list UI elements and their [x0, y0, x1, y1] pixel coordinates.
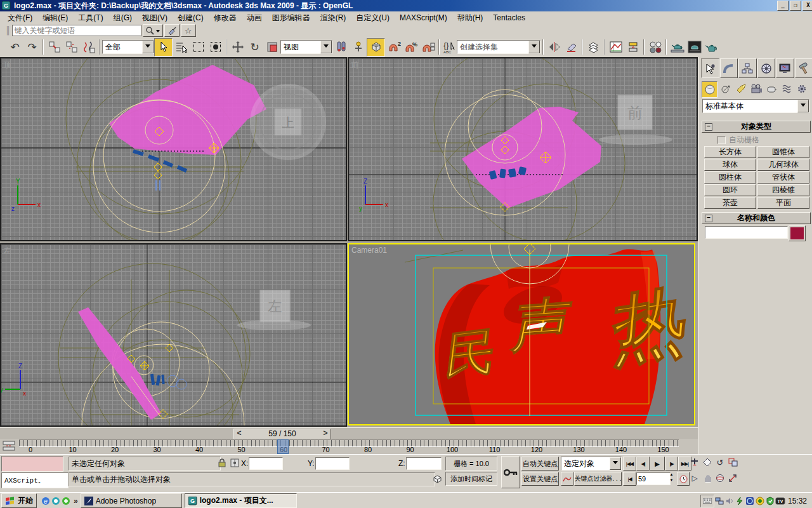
rendered-frame-button[interactable]	[686, 39, 703, 56]
tab-hierarchy[interactable]	[738, 58, 757, 78]
z-coordinate-field[interactable]	[406, 457, 442, 470]
layer-manager-button[interactable]	[585, 39, 602, 56]
menu-item-0[interactable]: 文件(F)	[3, 11, 37, 25]
restore-button[interactable]: ❐	[790, 1, 801, 11]
category-cameras[interactable]	[749, 81, 763, 97]
selection-filter-dropdown[interactable]: 全部	[102, 40, 154, 54]
time-configuration-button[interactable]	[677, 472, 690, 486]
maxscript-listener-pane[interactable]: AXScript。	[1, 472, 69, 488]
tray-thunder-icon[interactable]	[735, 496, 745, 506]
quicklaunch-360-icon[interactable]	[61, 496, 71, 506]
search-button[interactable]	[143, 24, 163, 37]
scale-button[interactable]	[263, 39, 280, 56]
undo-button[interactable]: ↶	[6, 39, 23, 56]
absolute-offset-toggle[interactable]	[230, 457, 240, 469]
frame-spinner[interactable]: ▲▼	[668, 472, 675, 485]
next-frame-button[interactable]: |▶	[665, 457, 678, 471]
y-coordinate-field[interactable]	[315, 457, 350, 470]
select-link-button[interactable]	[46, 39, 63, 56]
tab-motion[interactable]	[757, 58, 776, 78]
object-button-8[interactable]: 茶壶	[704, 197, 756, 209]
tray-keyboard-icon[interactable]	[700, 495, 714, 507]
select-by-name-button[interactable]	[173, 39, 190, 56]
selection-lock-button[interactable]	[217, 457, 227, 469]
category-systems[interactable]	[794, 81, 809, 97]
bind-spacewarp-button[interactable]	[80, 39, 97, 56]
open-minitrack-icon[interactable]	[3, 440, 16, 451]
search-input[interactable]	[12, 25, 141, 36]
object-button-5[interactable]: 管状体	[757, 171, 809, 184]
rectangular-region-button[interactable]	[190, 39, 207, 56]
key-mode-toggle-button[interactable]: |◀	[623, 472, 636, 486]
menu-item-6[interactable]: 修改器	[209, 11, 242, 25]
tab-display[interactable]	[776, 58, 794, 78]
key-filters-button[interactable]: 关键点过滤器. . .	[574, 472, 622, 486]
curve-editor-button[interactable]	[607, 39, 624, 56]
category-helpers[interactable]	[764, 81, 778, 97]
percent-snap-button[interactable]: %	[402, 39, 419, 56]
go-to-start-button[interactable]: |◀◀	[623, 457, 636, 471]
primitive-category-dropdown[interactable]: 标准基本体	[702, 99, 809, 113]
category-spacewarps[interactable]	[779, 81, 794, 97]
minimize-button[interactable]: _	[777, 1, 789, 11]
object-button-1[interactable]: 圆锥体	[757, 146, 809, 158]
category-lights[interactable]	[733, 81, 748, 97]
zoom-button[interactable]	[689, 457, 700, 468]
object-button-7[interactable]: 四棱锥	[757, 184, 809, 196]
schematic-view-button[interactable]	[624, 39, 641, 56]
object-button-3[interactable]: 几何球体	[757, 159, 809, 171]
time-slider-track[interactable]: < 59 / 150 >	[0, 427, 698, 439]
auto-key-button[interactable]: 自动关键点	[521, 457, 559, 471]
viewcube[interactable]: 前	[599, 95, 672, 145]
object-name-field[interactable]	[705, 226, 788, 239]
tab-create[interactable]	[701, 58, 719, 78]
time-slider-handle[interactable]: < 59 / 150 >	[233, 429, 331, 439]
time-step-back-button[interactable]: <	[234, 429, 244, 439]
viewport-front[interactable]: 前	[348, 57, 698, 241]
arc-rotate-button[interactable]	[714, 472, 726, 484]
task-photoshop[interactable]: Adobe Photoshop	[81, 493, 182, 508]
category-shapes[interactable]	[718, 81, 733, 97]
quicklaunch-chevron[interactable]: »	[74, 497, 78, 505]
quick-render-button[interactable]	[703, 39, 720, 56]
pan-button[interactable]	[702, 472, 713, 484]
close-button[interactable]: X	[802, 1, 812, 11]
tray-browser-icon[interactable]	[745, 496, 755, 506]
menu-item-3[interactable]: 组(G)	[108, 11, 137, 25]
zoom-all-button[interactable]: ↺	[714, 457, 726, 468]
track-bar[interactable]: 0102030405060708090100110120130140150	[0, 439, 698, 454]
material-editor-button[interactable]	[646, 39, 664, 56]
previous-frame-button[interactable]: ◀|	[636, 457, 650, 471]
favorites-button[interactable]: ☆	[181, 24, 196, 37]
object-button-2[interactable]: 球体	[704, 159, 756, 171]
named-selection-sets-button[interactable]: {} ABC	[442, 39, 457, 56]
start-button[interactable]: 开始	[1, 493, 37, 508]
name-color-rollout[interactable]: – 名称和颜色	[702, 212, 811, 224]
object-button-9[interactable]: 平面	[757, 197, 809, 209]
render-setup-button[interactable]	[669, 39, 686, 56]
select-manipulate-button[interactable]	[350, 39, 367, 56]
menu-item-5[interactable]: 创建(C)	[173, 11, 209, 25]
maximize-viewport-toggle[interactable]	[727, 472, 738, 484]
grid-cube-button[interactable]	[432, 473, 443, 485]
object-color-swatch[interactable]	[789, 225, 806, 241]
snaps-toggle-button[interactable]	[367, 38, 385, 57]
viewport-camera[interactable]: Camera01 民 声 热	[348, 243, 695, 425]
time-step-forward-button[interactable]: >	[320, 429, 331, 439]
reference-coordinate-dropdown[interactable]: 视图	[280, 40, 332, 54]
time-tag-button[interactable]: 添加时间标记	[445, 472, 497, 486]
menu-item-10[interactable]: 自定义(U)	[351, 11, 395, 25]
tray-shield-icon[interactable]	[765, 496, 775, 506]
menu-item-4[interactable]: 视图(V)	[137, 11, 173, 25]
viewport-top[interactable]: 顶	[0, 57, 347, 241]
tray-tv-icon[interactable]: TV	[775, 496, 785, 506]
object-button-0[interactable]: 长方体	[704, 146, 756, 158]
quicklaunch-messenger-icon[interactable]	[51, 496, 61, 506]
object-button-4[interactable]: 圆柱体	[704, 171, 756, 184]
quicklaunch-ie-icon[interactable]: e	[41, 496, 51, 506]
menu-item-8[interactable]: 图形编辑器	[267, 11, 315, 25]
viewcube[interactable]: 上	[252, 86, 324, 158]
object-button-6[interactable]: 圆环	[704, 184, 756, 196]
object-type-rollout[interactable]: – 对象类型	[702, 121, 811, 133]
default-tangent-button[interactable]	[561, 472, 573, 486]
